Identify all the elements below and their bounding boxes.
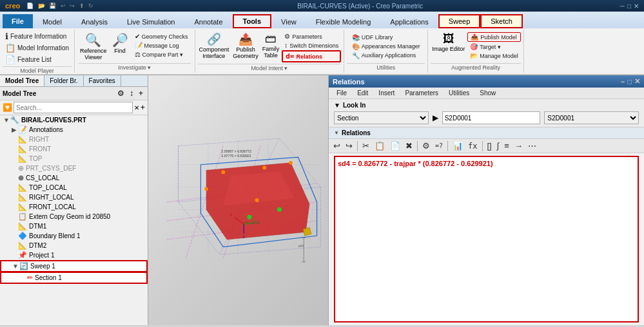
up-btn[interactable]: ⬆	[79, 3, 84, 9]
tree-item-annotations[interactable]: ▶ 📝 Annotations	[0, 125, 148, 135]
relations-maximize-btn[interactable]: □	[627, 78, 632, 86]
rel-cut-btn[interactable]: ✂	[360, 140, 371, 151]
tree-item-front[interactable]: 📐 FRONT	[0, 144, 148, 154]
message-log-btn[interactable]: 📝 Message Log	[132, 41, 191, 50]
rel-delete-btn[interactable]: ✖	[404, 140, 415, 151]
target-btn[interactable]: 🎯 Target ▾	[467, 42, 521, 51]
tree-item-sweep1[interactable]: ▼ 🔄 Sweep 1	[0, 260, 148, 272]
relations-btn[interactable]: d= Relations	[282, 50, 341, 62]
relations-menu-edit[interactable]: Edit	[352, 88, 373, 98]
minimize-btn[interactable]: ─	[620, 3, 625, 10]
look-in-field-select[interactable]: S2D0001	[544, 111, 639, 124]
open-btn[interactable]: 📂	[38, 3, 45, 9]
rel-redo-btn[interactable]: ↪	[344, 140, 355, 151]
redo-btn[interactable]: ↪	[70, 3, 75, 9]
regen-btn[interactable]: ↻	[88, 3, 93, 9]
rel-integral-btn[interactable]: ∫	[495, 140, 502, 151]
tree-item-right-local[interactable]: 📐 RIGHT_LOCAL	[0, 192, 148, 202]
tree-item-project1[interactable]: 📌 Project 1	[0, 250, 148, 260]
tab-favorites[interactable]: Favorites	[84, 75, 121, 86]
rel-copy-btn[interactable]: 📋	[373, 140, 387, 151]
undo-btn[interactable]: ↩	[61, 3, 66, 9]
tab-annotate[interactable]: Annotate	[184, 14, 232, 28]
tree-item-section1[interactable]: ✏ Section 1	[0, 272, 148, 284]
publish-geometry-btn[interactable]: 📤 PublishGeometry	[231, 31, 260, 61]
rel-more-btn[interactable]: ⋯	[526, 140, 538, 151]
rel-bracket-btn[interactable]: []	[485, 140, 494, 151]
geometry-checks-btn[interactable]: ✔ Geometry Checks	[132, 32, 191, 41]
tab-view[interactable]: View	[271, 14, 306, 28]
look-in-select[interactable]: Section	[334, 111, 429, 124]
maximize-btn[interactable]: □	[627, 3, 631, 10]
relations-minimize-btn[interactable]: −	[621, 78, 625, 86]
tree-item-cs-local[interactable]: ⊕ CS_LOCAL	[0, 173, 148, 183]
relations-editor[interactable]: sd4 = 0.826772 - trajpar * (0.826772 - 0…	[334, 156, 639, 322]
feature-information-btn[interactable]: ℹ Feature Information	[3, 31, 72, 42]
find-btn[interactable]: 🔎 Find	[111, 31, 130, 55]
manage-model-btn[interactable]: 📂 Manage Model	[467, 51, 521, 60]
tab-model[interactable]: Model	[33, 14, 72, 28]
parameters-btn[interactable]: ⚙ Parameters	[282, 32, 341, 41]
tab-live-simulation[interactable]: Live Simulation	[117, 14, 185, 28]
auxiliary-applications-btn[interactable]: 🔧 Auxiliary Applications	[349, 51, 423, 60]
tab-applications[interactable]: Applications	[380, 14, 438, 28]
rel-insert-symbol-btn[interactable]: →	[512, 140, 525, 151]
rel-function-btn[interactable]: fx	[466, 141, 479, 151]
rel-settings-btn[interactable]: ⚙	[420, 140, 432, 151]
tree-item-prt-csys[interactable]: ⊕ PRT_CSYS_DEF	[0, 164, 148, 173]
title-bar: creo 📄 📂 💾 ↩ ↪ ⬆ ↻ BIRAIL-CURVES (Active…	[0, 0, 644, 12]
close-btn[interactable]: ✕	[634, 3, 639, 10]
compare-part-btn[interactable]: ⚖ Compare Part ▾	[132, 50, 191, 59]
relations-menu-show[interactable]: Show	[474, 88, 501, 98]
relations-close-btn[interactable]: ✕	[634, 77, 640, 86]
tree-item-top-local[interactable]: 📐 TOP_LOCAL	[0, 183, 148, 192]
relations-menu-utilities[interactable]: Utilities	[444, 88, 474, 98]
tree-item-boundary-blend[interactable]: 🔷 Boundary Blend 1	[0, 231, 148, 241]
rel-paste-btn[interactable]: 📄	[388, 140, 402, 151]
tab-sketch[interactable]: Sketch	[480, 14, 523, 28]
viewport[interactable]: CS LOCAL X Y Z 2.05807 × 0.826772 2.0777…	[148, 75, 328, 325]
model-information-btn[interactable]: 📋 Model Information	[3, 42, 72, 53]
tab-flexible-modeling[interactable]: Flexible Modeling	[306, 14, 381, 28]
relations-menu-insert[interactable]: Insert	[373, 88, 400, 98]
tree-item-extern-copy[interactable]: 📋 Extern Copy Geom id 20850	[0, 212, 148, 221]
svg-text:X: X	[230, 214, 232, 217]
new-btn[interactable]: 📄	[26, 3, 34, 9]
tab-model-tree[interactable]: Model Tree	[0, 75, 44, 86]
component-interface-btn[interactable]: 🔗 ComponentInterface	[198, 31, 231, 61]
tree-add-btn[interactable]: +	[137, 88, 145, 98]
tab-tools[interactable]: Tools	[233, 14, 272, 28]
clear-search-btn[interactable]: ✕	[134, 104, 139, 111]
reference-viewer-btn[interactable]: 🔍 ReferenceViewer	[79, 31, 108, 62]
tree-item-right[interactable]: 📐 RIGHT	[0, 135, 148, 144]
tree-settings-btn[interactable]: ⚙	[115, 88, 126, 98]
rel-chart-btn[interactable]: 📊	[451, 140, 465, 151]
tree-expand-all-btn[interactable]: ↕	[128, 88, 135, 98]
tab-folder-browser[interactable]: Folder Br.	[44, 75, 83, 86]
tab-file[interactable]: File	[3, 14, 33, 28]
feature-list-btn[interactable]: 📄 Feature List	[3, 54, 72, 65]
tree-item-top[interactable]: 📐 TOP	[0, 154, 148, 164]
add-item-btn[interactable]: +	[141, 103, 145, 112]
family-table-btn[interactable]: 🗃 FamilyTable	[261, 31, 281, 60]
tree-item-front-local[interactable]: 📐 FRONT_LOCAL	[0, 202, 148, 212]
csys-icon: ⊕	[18, 164, 24, 173]
appearances-manager-btn[interactable]: 🎨 Appearances Manager	[349, 42, 423, 51]
publish-model-btn[interactable]: 📤 Publish Model	[467, 32, 521, 42]
rel-verify-btn[interactable]: =?	[433, 142, 445, 150]
search-input[interactable]	[14, 102, 133, 113]
rel-align-btn[interactable]: ≡	[502, 140, 511, 151]
look-in-field[interactable]	[442, 111, 541, 124]
tree-item-dtm1[interactable]: 📐 DTM1	[0, 221, 148, 231]
relations-menu-parameters[interactable]: Parameters	[400, 88, 444, 98]
tree-item-dtm2[interactable]: 📐 DTM2	[0, 241, 148, 250]
relations-menu-file[interactable]: File	[331, 88, 352, 98]
save-btn[interactable]: 💾	[49, 3, 56, 9]
image-editor-btn[interactable]: 🖼 Image Editor	[431, 31, 466, 53]
udf-library-btn[interactable]: 📚 UDF Library	[349, 33, 423, 42]
switch-dimensions-btn[interactable]: ↕ Switch Dimensions	[282, 41, 341, 50]
rel-undo-btn[interactable]: ↩	[331, 140, 342, 151]
tree-item-birail[interactable]: ▼ 🔧 BIRAIL-CURVES.PRT	[0, 115, 148, 125]
tab-sweep[interactable]: Sweep	[438, 14, 481, 28]
tab-analysis[interactable]: Analysis	[72, 14, 117, 28]
